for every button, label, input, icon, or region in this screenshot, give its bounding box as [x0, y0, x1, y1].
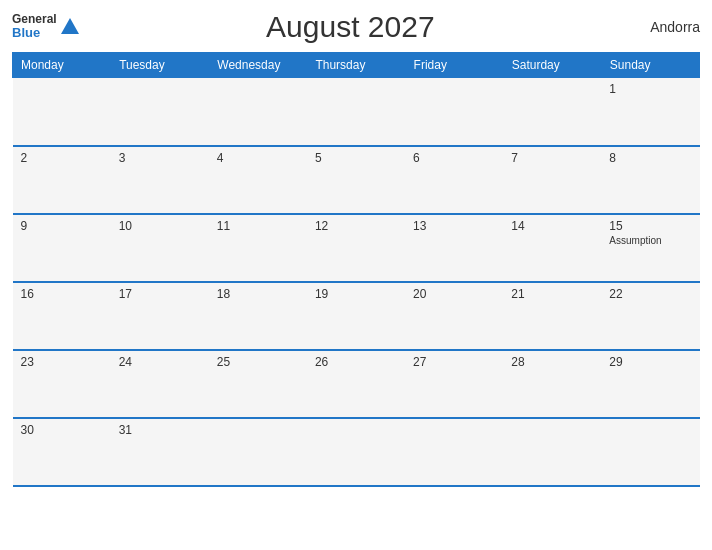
calendar-cell: 30	[13, 418, 111, 486]
day-number: 14	[511, 219, 593, 233]
day-number: 9	[21, 219, 103, 233]
weekday-thursday: Thursday	[307, 53, 405, 78]
day-number: 26	[315, 355, 397, 369]
week-row-5: 3031	[13, 418, 700, 486]
calendar-cell: 27	[405, 350, 503, 418]
day-number: 12	[315, 219, 397, 233]
day-number: 7	[511, 151, 593, 165]
logo: General Blue	[12, 13, 81, 40]
week-row-0: 1	[13, 78, 700, 146]
calendar-cell	[503, 418, 601, 486]
day-number: 16	[21, 287, 103, 301]
day-number: 23	[21, 355, 103, 369]
calendar-cell: 22	[601, 282, 699, 350]
weekday-friday: Friday	[405, 53, 503, 78]
calendar-cell: 15Assumption	[601, 214, 699, 282]
day-number: 22	[609, 287, 691, 301]
logo-icon	[59, 16, 81, 38]
country-label: Andorra	[620, 19, 700, 35]
calendar-cell: 28	[503, 350, 601, 418]
calendar-cell: 16	[13, 282, 111, 350]
day-number: 27	[413, 355, 495, 369]
calendar-cell: 19	[307, 282, 405, 350]
svg-marker-0	[61, 18, 79, 34]
calendar-cell: 17	[111, 282, 209, 350]
calendar-cell: 18	[209, 282, 307, 350]
day-number: 4	[217, 151, 299, 165]
calendar-cell: 24	[111, 350, 209, 418]
day-number: 29	[609, 355, 691, 369]
day-number: 21	[511, 287, 593, 301]
event-label: Assumption	[609, 235, 691, 246]
calendar-cell: 7	[503, 146, 601, 214]
calendar-cell: 29	[601, 350, 699, 418]
day-number: 5	[315, 151, 397, 165]
calendar-cell	[405, 78, 503, 146]
day-number: 28	[511, 355, 593, 369]
day-number: 18	[217, 287, 299, 301]
calendar-cell	[111, 78, 209, 146]
day-number: 11	[217, 219, 299, 233]
calendar-header: General Blue August 2027 Andorra	[12, 10, 700, 44]
calendar-cell	[307, 418, 405, 486]
calendar-cell: 11	[209, 214, 307, 282]
calendar-cell: 26	[307, 350, 405, 418]
calendar-cell	[13, 78, 111, 146]
logo-blue-text: Blue	[12, 26, 57, 40]
calendar-cell	[601, 418, 699, 486]
weekday-monday: Monday	[13, 53, 111, 78]
calendar-cell: 4	[209, 146, 307, 214]
calendar-cell: 13	[405, 214, 503, 282]
weekday-saturday: Saturday	[503, 53, 601, 78]
calendar-cell: 21	[503, 282, 601, 350]
day-number: 6	[413, 151, 495, 165]
weekday-header-row: MondayTuesdayWednesdayThursdayFridaySatu…	[13, 53, 700, 78]
calendar-cell: 10	[111, 214, 209, 282]
calendar-cell: 2	[13, 146, 111, 214]
calendar-cell: 1	[601, 78, 699, 146]
week-row-1: 2345678	[13, 146, 700, 214]
calendar-cell: 6	[405, 146, 503, 214]
calendar-cell: 20	[405, 282, 503, 350]
day-number: 25	[217, 355, 299, 369]
weekday-sunday: Sunday	[601, 53, 699, 78]
day-number: 2	[21, 151, 103, 165]
calendar-cell: 23	[13, 350, 111, 418]
calendar-cell	[307, 78, 405, 146]
calendar-cell	[503, 78, 601, 146]
calendar-cell: 25	[209, 350, 307, 418]
day-number: 15	[609, 219, 691, 233]
calendar-cell: 8	[601, 146, 699, 214]
calendar-cell: 9	[13, 214, 111, 282]
week-row-4: 23242526272829	[13, 350, 700, 418]
day-number: 17	[119, 287, 201, 301]
calendar-cell	[209, 418, 307, 486]
calendar-cell: 3	[111, 146, 209, 214]
day-number: 30	[21, 423, 103, 437]
calendar-container: General Blue August 2027 Andorra MondayT…	[0, 0, 712, 550]
day-number: 31	[119, 423, 201, 437]
calendar-cell: 5	[307, 146, 405, 214]
calendar-cell: 12	[307, 214, 405, 282]
calendar-cell	[209, 78, 307, 146]
day-number: 3	[119, 151, 201, 165]
day-number: 20	[413, 287, 495, 301]
weekday-tuesday: Tuesday	[111, 53, 209, 78]
weekday-wednesday: Wednesday	[209, 53, 307, 78]
calendar-cell	[405, 418, 503, 486]
day-number: 8	[609, 151, 691, 165]
day-number: 13	[413, 219, 495, 233]
week-row-3: 16171819202122	[13, 282, 700, 350]
day-number: 10	[119, 219, 201, 233]
calendar-cell: 14	[503, 214, 601, 282]
day-number: 1	[609, 82, 691, 96]
day-number: 19	[315, 287, 397, 301]
month-title: August 2027	[81, 10, 620, 44]
calendar-cell: 31	[111, 418, 209, 486]
day-number: 24	[119, 355, 201, 369]
week-row-2: 9101112131415Assumption	[13, 214, 700, 282]
calendar-table: MondayTuesdayWednesdayThursdayFridaySatu…	[12, 52, 700, 487]
